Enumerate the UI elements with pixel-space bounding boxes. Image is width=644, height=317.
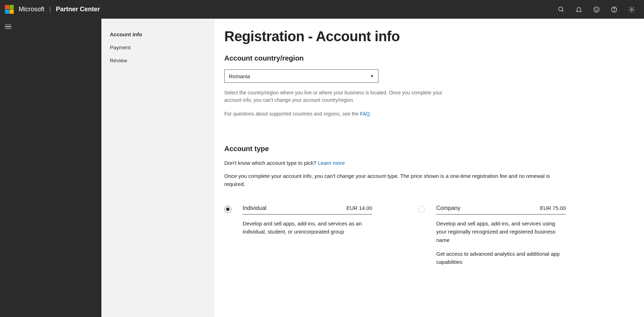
- option-desc: Develop and sell apps, add-ins, and serv…: [243, 219, 372, 236]
- help-icon[interactable]: [610, 6, 618, 13]
- chevron-down-icon: ▼: [370, 74, 374, 78]
- product-name: Partner Center: [56, 6, 100, 13]
- account-type-description: Once you complete your account info, you…: [224, 172, 555, 188]
- app-header: Microsoft | Partner Center: [0, 0, 644, 19]
- type-prompt-text: Don't know which account type to pick?: [224, 160, 318, 166]
- page-title: Registration - Account info: [224, 29, 634, 44]
- svg-line-1: [562, 10, 564, 12]
- sidebar-item-payment[interactable]: Payment: [110, 42, 206, 55]
- sidebar-item-account-info[interactable]: Account info: [110, 29, 206, 42]
- search-icon[interactable]: [557, 6, 565, 13]
- option-desc: Develop and sell apps, add-ins, and serv…: [436, 219, 566, 244]
- country-help-text: Select the country/region where you live…: [224, 89, 450, 104]
- account-type-individual[interactable]: Individual EUR 14.00 Develop and sell ap…: [224, 205, 372, 272]
- microsoft-logo-icon: [5, 5, 14, 14]
- header-actions: [557, 6, 639, 13]
- faq-link[interactable]: FAQ: [360, 111, 370, 117]
- brand-area: Microsoft | Partner Center: [19, 6, 100, 13]
- country-select[interactable]: Romania ▼: [224, 69, 379, 83]
- option-name: Company: [436, 205, 460, 211]
- steps-sidebar: Account info Payment Review: [101, 19, 214, 317]
- notifications-icon[interactable]: [575, 6, 583, 13]
- left-rail: [0, 19, 101, 317]
- account-type-section-title: Account type: [224, 145, 634, 153]
- radio-company[interactable]: [418, 206, 425, 213]
- option-name: Individual: [243, 205, 267, 211]
- svg-point-3: [595, 8, 596, 9]
- option-price: EUR 14.00: [346, 205, 372, 211]
- settings-gear-icon[interactable]: [628, 6, 636, 13]
- svg-point-6: [614, 11, 614, 11]
- option-desc-extra: Get access to advanced analytics and add…: [436, 250, 566, 266]
- country-select-value: Romania: [229, 73, 250, 79]
- option-price: EUR 75.00: [540, 205, 566, 211]
- faq-prefix: For questions about supported countries …: [224, 111, 360, 117]
- account-type-prompt: Don't know which account type to pick? L…: [224, 160, 634, 166]
- svg-point-0: [559, 7, 563, 11]
- account-type-options: Individual EUR 14.00 Develop and sell ap…: [224, 205, 634, 272]
- hamburger-menu-icon[interactable]: [0, 21, 14, 32]
- brand-name: Microsoft: [19, 6, 44, 13]
- main-content: Registration - Account info Account coun…: [214, 19, 644, 317]
- faq-line: For questions about supported countries …: [224, 111, 634, 117]
- account-type-company[interactable]: Company EUR 75.00 Develop and sell apps,…: [418, 205, 566, 272]
- svg-point-7: [631, 8, 633, 10]
- brand-separator: |: [49, 6, 51, 13]
- learn-more-link[interactable]: Learn more: [318, 160, 345, 166]
- radio-individual[interactable]: [224, 206, 231, 213]
- sidebar-item-review[interactable]: Review: [110, 55, 206, 68]
- svg-point-4: [597, 8, 598, 9]
- country-section-title: Account country/region: [224, 54, 634, 62]
- feedback-smile-icon[interactable]: [593, 6, 600, 13]
- svg-point-2: [594, 7, 599, 12]
